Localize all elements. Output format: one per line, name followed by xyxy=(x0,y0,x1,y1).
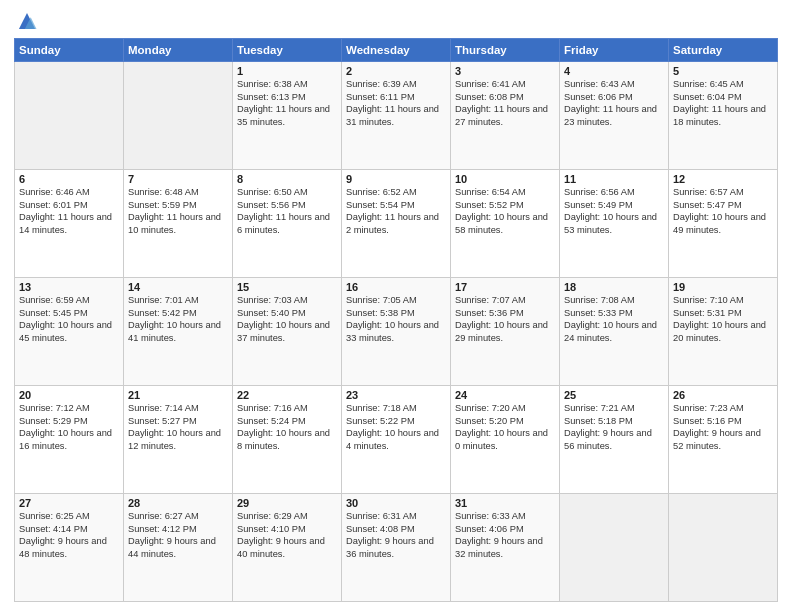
day-cell xyxy=(560,494,669,602)
day-cell: 14Sunrise: 7:01 AM Sunset: 5:42 PM Dayli… xyxy=(124,278,233,386)
calendar-page: SundayMondayTuesdayWednesdayThursdayFrid… xyxy=(0,0,792,612)
day-cell xyxy=(669,494,778,602)
day-info: Sunrise: 7:20 AM Sunset: 5:20 PM Dayligh… xyxy=(455,402,555,452)
day-info: Sunrise: 7:05 AM Sunset: 5:38 PM Dayligh… xyxy=(346,294,446,344)
day-number: 14 xyxy=(128,281,228,293)
day-info: Sunrise: 6:27 AM Sunset: 4:12 PM Dayligh… xyxy=(128,510,228,560)
day-number: 12 xyxy=(673,173,773,185)
day-cell: 19Sunrise: 7:10 AM Sunset: 5:31 PM Dayli… xyxy=(669,278,778,386)
day-number: 1 xyxy=(237,65,337,77)
logo-icon xyxy=(16,10,38,32)
day-info: Sunrise: 6:45 AM Sunset: 6:04 PM Dayligh… xyxy=(673,78,773,128)
day-info: Sunrise: 6:33 AM Sunset: 4:06 PM Dayligh… xyxy=(455,510,555,560)
day-info: Sunrise: 7:14 AM Sunset: 5:27 PM Dayligh… xyxy=(128,402,228,452)
day-cell: 3Sunrise: 6:41 AM Sunset: 6:08 PM Daylig… xyxy=(451,62,560,170)
week-row-4: 27Sunrise: 6:25 AM Sunset: 4:14 PM Dayli… xyxy=(15,494,778,602)
day-info: Sunrise: 6:25 AM Sunset: 4:14 PM Dayligh… xyxy=(19,510,119,560)
day-info: Sunrise: 6:41 AM Sunset: 6:08 PM Dayligh… xyxy=(455,78,555,128)
day-info: Sunrise: 6:57 AM Sunset: 5:47 PM Dayligh… xyxy=(673,186,773,236)
day-info: Sunrise: 7:03 AM Sunset: 5:40 PM Dayligh… xyxy=(237,294,337,344)
calendar-header: SundayMondayTuesdayWednesdayThursdayFrid… xyxy=(15,39,778,62)
day-number: 28 xyxy=(128,497,228,509)
day-info: Sunrise: 7:10 AM Sunset: 5:31 PM Dayligh… xyxy=(673,294,773,344)
header-wednesday: Wednesday xyxy=(342,39,451,62)
day-info: Sunrise: 6:52 AM Sunset: 5:54 PM Dayligh… xyxy=(346,186,446,236)
day-cell: 2Sunrise: 6:39 AM Sunset: 6:11 PM Daylig… xyxy=(342,62,451,170)
header-saturday: Saturday xyxy=(669,39,778,62)
day-info: Sunrise: 7:21 AM Sunset: 5:18 PM Dayligh… xyxy=(564,402,664,452)
day-info: Sunrise: 6:48 AM Sunset: 5:59 PM Dayligh… xyxy=(128,186,228,236)
day-info: Sunrise: 6:31 AM Sunset: 4:08 PM Dayligh… xyxy=(346,510,446,560)
day-number: 29 xyxy=(237,497,337,509)
day-info: Sunrise: 7:12 AM Sunset: 5:29 PM Dayligh… xyxy=(19,402,119,452)
day-number: 18 xyxy=(564,281,664,293)
day-cell: 12Sunrise: 6:57 AM Sunset: 5:47 PM Dayli… xyxy=(669,170,778,278)
day-number: 20 xyxy=(19,389,119,401)
day-info: Sunrise: 6:59 AM Sunset: 5:45 PM Dayligh… xyxy=(19,294,119,344)
day-info: Sunrise: 6:39 AM Sunset: 6:11 PM Dayligh… xyxy=(346,78,446,128)
day-info: Sunrise: 6:46 AM Sunset: 6:01 PM Dayligh… xyxy=(19,186,119,236)
calendar-table: SundayMondayTuesdayWednesdayThursdayFrid… xyxy=(14,38,778,602)
day-number: 27 xyxy=(19,497,119,509)
header-sunday: Sunday xyxy=(15,39,124,62)
day-cell: 27Sunrise: 6:25 AM Sunset: 4:14 PM Dayli… xyxy=(15,494,124,602)
week-row-0: 1Sunrise: 6:38 AM Sunset: 6:13 PM Daylig… xyxy=(15,62,778,170)
day-number: 16 xyxy=(346,281,446,293)
day-cell: 11Sunrise: 6:56 AM Sunset: 5:49 PM Dayli… xyxy=(560,170,669,278)
day-cell xyxy=(15,62,124,170)
day-cell: 23Sunrise: 7:18 AM Sunset: 5:22 PM Dayli… xyxy=(342,386,451,494)
day-cell: 28Sunrise: 6:27 AM Sunset: 4:12 PM Dayli… xyxy=(124,494,233,602)
header-monday: Monday xyxy=(124,39,233,62)
day-cell: 8Sunrise: 6:50 AM Sunset: 5:56 PM Daylig… xyxy=(233,170,342,278)
week-row-1: 6Sunrise: 6:46 AM Sunset: 6:01 PM Daylig… xyxy=(15,170,778,278)
day-cell: 7Sunrise: 6:48 AM Sunset: 5:59 PM Daylig… xyxy=(124,170,233,278)
day-info: Sunrise: 7:07 AM Sunset: 5:36 PM Dayligh… xyxy=(455,294,555,344)
week-row-3: 20Sunrise: 7:12 AM Sunset: 5:29 PM Dayli… xyxy=(15,386,778,494)
day-info: Sunrise: 7:08 AM Sunset: 5:33 PM Dayligh… xyxy=(564,294,664,344)
day-cell: 1Sunrise: 6:38 AM Sunset: 6:13 PM Daylig… xyxy=(233,62,342,170)
day-info: Sunrise: 6:54 AM Sunset: 5:52 PM Dayligh… xyxy=(455,186,555,236)
day-info: Sunrise: 7:23 AM Sunset: 5:16 PM Dayligh… xyxy=(673,402,773,452)
day-cell: 26Sunrise: 7:23 AM Sunset: 5:16 PM Dayli… xyxy=(669,386,778,494)
day-info: Sunrise: 7:16 AM Sunset: 5:24 PM Dayligh… xyxy=(237,402,337,452)
day-cell: 22Sunrise: 7:16 AM Sunset: 5:24 PM Dayli… xyxy=(233,386,342,494)
day-cell: 24Sunrise: 7:20 AM Sunset: 5:20 PM Dayli… xyxy=(451,386,560,494)
day-number: 19 xyxy=(673,281,773,293)
day-number: 8 xyxy=(237,173,337,185)
day-number: 15 xyxy=(237,281,337,293)
day-number: 2 xyxy=(346,65,446,77)
week-row-2: 13Sunrise: 6:59 AM Sunset: 5:45 PM Dayli… xyxy=(15,278,778,386)
day-info: Sunrise: 6:29 AM Sunset: 4:10 PM Dayligh… xyxy=(237,510,337,560)
day-number: 30 xyxy=(346,497,446,509)
day-cell: 4Sunrise: 6:43 AM Sunset: 6:06 PM Daylig… xyxy=(560,62,669,170)
day-number: 9 xyxy=(346,173,446,185)
day-cell: 13Sunrise: 6:59 AM Sunset: 5:45 PM Dayli… xyxy=(15,278,124,386)
day-number: 22 xyxy=(237,389,337,401)
day-number: 24 xyxy=(455,389,555,401)
day-number: 17 xyxy=(455,281,555,293)
day-cell: 6Sunrise: 6:46 AM Sunset: 6:01 PM Daylig… xyxy=(15,170,124,278)
day-number: 26 xyxy=(673,389,773,401)
header-thursday: Thursday xyxy=(451,39,560,62)
day-number: 21 xyxy=(128,389,228,401)
day-cell: 16Sunrise: 7:05 AM Sunset: 5:38 PM Dayli… xyxy=(342,278,451,386)
day-cell: 15Sunrise: 7:03 AM Sunset: 5:40 PM Dayli… xyxy=(233,278,342,386)
day-number: 3 xyxy=(455,65,555,77)
day-info: Sunrise: 7:18 AM Sunset: 5:22 PM Dayligh… xyxy=(346,402,446,452)
day-number: 7 xyxy=(128,173,228,185)
day-number: 31 xyxy=(455,497,555,509)
day-info: Sunrise: 6:56 AM Sunset: 5:49 PM Dayligh… xyxy=(564,186,664,236)
calendar-body: 1Sunrise: 6:38 AM Sunset: 6:13 PM Daylig… xyxy=(15,62,778,602)
day-number: 13 xyxy=(19,281,119,293)
day-info: Sunrise: 6:43 AM Sunset: 6:06 PM Dayligh… xyxy=(564,78,664,128)
day-cell: 20Sunrise: 7:12 AM Sunset: 5:29 PM Dayli… xyxy=(15,386,124,494)
day-cell: 21Sunrise: 7:14 AM Sunset: 5:27 PM Dayli… xyxy=(124,386,233,494)
day-cell: 5Sunrise: 6:45 AM Sunset: 6:04 PM Daylig… xyxy=(669,62,778,170)
day-cell: 29Sunrise: 6:29 AM Sunset: 4:10 PM Dayli… xyxy=(233,494,342,602)
day-cell: 30Sunrise: 6:31 AM Sunset: 4:08 PM Dayli… xyxy=(342,494,451,602)
day-cell: 17Sunrise: 7:07 AM Sunset: 5:36 PM Dayli… xyxy=(451,278,560,386)
day-number: 4 xyxy=(564,65,664,77)
day-cell xyxy=(124,62,233,170)
day-cell: 18Sunrise: 7:08 AM Sunset: 5:33 PM Dayli… xyxy=(560,278,669,386)
day-number: 10 xyxy=(455,173,555,185)
